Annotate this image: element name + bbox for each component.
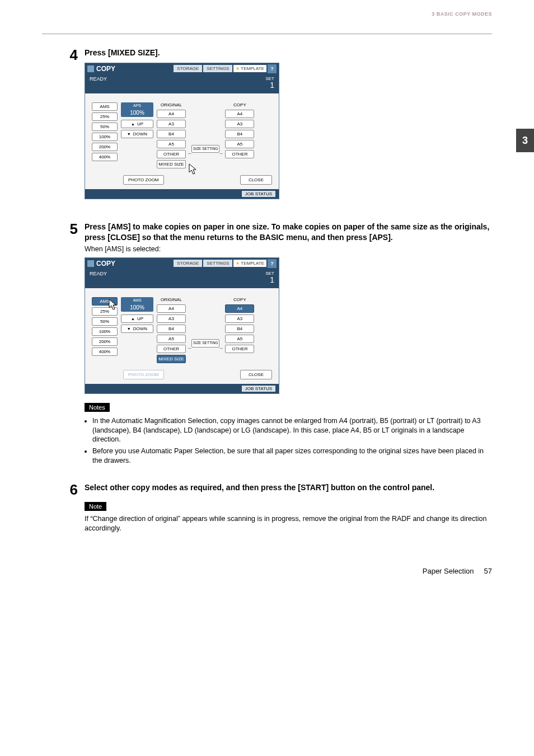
status-text: READY (90, 271, 107, 276)
note-label: Note (85, 502, 106, 511)
top-divider (42, 34, 492, 34)
step-subtext: When [AMS] is selected: (85, 245, 492, 253)
note-item: In the Automatic Magnification Selection… (92, 416, 492, 445)
panel-titlebar: COPY STORAGE SETTINGS TEMPLATE ? (85, 258, 279, 269)
doc-icon (87, 65, 94, 72)
header-section: 3 BASIC COPY MODES (432, 11, 492, 17)
original-a5[interactable]: A5 (157, 140, 186, 148)
copy-a5[interactable]: A5 (225, 335, 254, 343)
copy-other[interactable]: OTHER (225, 150, 254, 158)
settings-button[interactable]: SETTINGS (203, 260, 232, 267)
down-triangle-icon: ▼ (127, 132, 131, 136)
copy-a4[interactable]: A4 (225, 304, 254, 313)
zoom-down[interactable]: ▼DOWN (121, 325, 153, 333)
footer-page: 57 (484, 567, 492, 575)
down-triangle-icon: ▼ (127, 327, 131, 331)
step-5: 5 Press [AMS] to make copies on paper in… (42, 222, 492, 468)
step-title: Press [AMS] to make copies on paper in o… (85, 222, 492, 243)
original-other[interactable]: OTHER (157, 345, 186, 353)
status-bar: READY SET 1 (85, 74, 279, 93)
zoom-200[interactable]: 200% (92, 143, 118, 151)
zoom-50[interactable]: 50% (92, 317, 118, 326)
copy-header: COPY (225, 297, 254, 303)
copy-a4[interactable]: A4 (225, 110, 254, 118)
step-6: 6 Select other copy modes as required, a… (42, 482, 492, 533)
panel-titlebar: COPY STORAGE SETTINGS TEMPLATE ? (85, 63, 279, 74)
template-button[interactable]: TEMPLATE (233, 260, 266, 267)
zoom-50[interactable]: 50% (92, 123, 118, 131)
original-header: ORIGINAL (157, 297, 186, 303)
step-number: 4 (64, 48, 85, 62)
job-status-button[interactable]: JOB STATUS (242, 191, 275, 197)
original-other[interactable]: OTHER (157, 150, 186, 158)
set-number: 1 (270, 275, 274, 284)
connector-left (188, 153, 191, 154)
notes-list: In the Automatic Magnification Selection… (85, 416, 492, 466)
zoom-200[interactable]: 200% (92, 337, 118, 346)
panel-title: COPY (96, 260, 115, 267)
size-setting-button[interactable]: SIZE SETTING (191, 339, 219, 348)
original-header: ORIGINAL (157, 102, 186, 108)
note-text: If “Change direction of original” appear… (85, 514, 492, 533)
close-button[interactable]: CLOSE (240, 175, 272, 185)
copy-header: COPY (225, 102, 254, 108)
copy-b4[interactable]: B4 (225, 130, 254, 138)
mixed-size-button[interactable]: MIXED SIZE (157, 355, 186, 363)
help-button[interactable]: ? (268, 64, 277, 73)
doc-icon (87, 260, 94, 267)
step-title: Press [MIXED SIZE]. (85, 48, 492, 58)
ams-display: AMS (121, 297, 153, 303)
connector-left (188, 348, 191, 349)
close-button[interactable]: CLOSE (240, 370, 272, 379)
help-button[interactable]: ? (268, 259, 277, 268)
settings-button[interactable]: SETTINGS (203, 65, 232, 72)
mixed-size-button[interactable]: MIXED SIZE (157, 160, 186, 168)
template-button[interactable]: TEMPLATE (233, 65, 266, 72)
original-b4[interactable]: B4 (157, 325, 186, 333)
page-footer: Paper Selection 57 (42, 567, 492, 575)
panel-title: COPY (96, 65, 115, 73)
zoom-400[interactable]: 400% (92, 348, 118, 356)
set-number: 1 (270, 81, 274, 90)
step-number: 6 (64, 482, 85, 497)
aps-display: APS (121, 102, 153, 109)
storage-button[interactable]: STORAGE (174, 65, 202, 72)
photo-zoom-button: PHOTO ZOOM (123, 370, 164, 379)
copy-panel-screenshot-1: COPY STORAGE SETTINGS TEMPLATE ? READY S… (85, 63, 279, 199)
zoom-100[interactable]: 100% (92, 133, 118, 141)
connector-right (219, 153, 223, 154)
copy-a5[interactable]: A5 (225, 140, 254, 148)
zoom-400[interactable]: 400% (92, 153, 118, 161)
original-a3[interactable]: A3 (157, 120, 186, 128)
chapter-tab: 3 (516, 129, 534, 152)
status-text: READY (90, 76, 107, 82)
zoom-25[interactable]: 25% (92, 112, 118, 121)
up-triangle-icon: ▲ (131, 317, 135, 321)
ams-button[interactable]: AMS (92, 102, 118, 111)
zoom-25[interactable]: 25% (92, 307, 118, 316)
zoom-up[interactable]: ▲UP (121, 314, 153, 323)
step-title: Select other copy modes as required, and… (85, 482, 492, 493)
step-number: 5 (64, 222, 85, 236)
copy-a3[interactable]: A3 (225, 120, 254, 128)
original-a4[interactable]: A4 (157, 304, 186, 313)
status-bar: READY SET 1 (85, 269, 279, 288)
ams-button[interactable]: AMS (92, 297, 118, 306)
copy-a3[interactable]: A3 (225, 314, 254, 323)
original-a5[interactable]: A5 (157, 335, 186, 343)
original-b4[interactable]: B4 (157, 130, 186, 138)
job-status-button[interactable]: JOB STATUS (242, 386, 275, 392)
size-setting-button[interactable]: SIZE SETTING (191, 145, 219, 153)
original-a4[interactable]: A4 (157, 110, 186, 118)
footer-label: Paper Selection (423, 567, 474, 575)
zoom-down[interactable]: ▼DOWN (121, 130, 153, 138)
photo-zoom-button[interactable]: PHOTO ZOOM (123, 175, 164, 185)
connector-right (219, 348, 223, 349)
zoom-100[interactable]: 100% (92, 327, 118, 336)
copy-b4[interactable]: B4 (225, 325, 254, 333)
copy-other[interactable]: OTHER (225, 345, 254, 353)
storage-button[interactable]: STORAGE (174, 260, 202, 267)
original-a3[interactable]: A3 (157, 314, 186, 323)
step-4: 4 Press [MIXED SIZE]. COPY STORAGE SETTI… (42, 48, 492, 199)
zoom-up[interactable]: ▲UP (121, 120, 153, 128)
